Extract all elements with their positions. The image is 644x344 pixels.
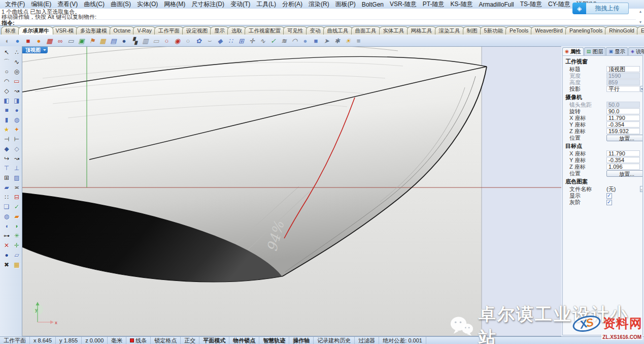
texture-cube-icon[interactable]: ▦ (45, 36, 54, 46)
monitor-icon[interactable]: ▭ (66, 36, 76, 46)
rainbow-surface-icon[interactable]: ▦ (98, 36, 108, 46)
menu-item[interactable]: 曲面(S) (108, 0, 134, 9)
render-sphere-icon[interactable]: ● (13, 36, 22, 46)
red-dot-icon[interactable]: ◉ (173, 36, 182, 46)
toolbar-tab[interactable]: 制图 (463, 26, 482, 35)
units-cell[interactable]: 毫米 (108, 337, 126, 344)
osnap-toggle[interactable]: 物件锁点 (229, 337, 259, 344)
target-y-field[interactable]: -0.354 (606, 157, 640, 163)
surface-corner-icon[interactable]: ◧ (2, 96, 11, 105)
grid-icon[interactable]: ⊞ (236, 36, 246, 46)
dimension-icon[interactable]: ≍ (12, 183, 21, 192)
toolbar-tab[interactable]: 选取 (227, 26, 246, 35)
grid-snap-toggle[interactable]: 锁定格点 (151, 337, 181, 344)
array-icon[interactable]: ∷ (2, 193, 11, 202)
smarttrack-toggle[interactable]: 智慧轨迹 (259, 337, 289, 344)
projection-dropdown-button[interactable] (640, 86, 643, 92)
red-axis-icon[interactable]: ✕ (2, 241, 11, 250)
bowl-icon[interactable]: ⌣ (205, 36, 214, 46)
tab-properties[interactable]: ◉ 属性 (562, 47, 584, 55)
surface-edge-icon[interactable]: ◨ (12, 96, 21, 105)
lamp-icon[interactable]: ☀ (343, 36, 353, 46)
gumball-toggle[interactable]: 操作轴 (289, 337, 314, 344)
tab-help[interactable]: ◈ 说明 (628, 47, 644, 55)
cage-edit-icon[interactable]: ◖ (2, 36, 12, 46)
y-coordinate[interactable]: y 1.855 (56, 337, 82, 344)
x-coordinate[interactable]: x 8.645 (30, 337, 56, 344)
menu-item[interactable]: 尺寸标注(D) (188, 0, 227, 9)
render-preview-icon[interactable]: ● (34, 36, 44, 46)
toolbar-tab[interactable]: 实体工具 (379, 26, 409, 35)
camera-place-button[interactable]: 放置... (606, 135, 643, 141)
green-axis-icon[interactable]: ✛ (12, 241, 21, 250)
scroll-up-icon[interactable]: ▲ (637, 9, 643, 14)
circle-tangent-icon[interactable]: ◎ (12, 67, 21, 76)
toolbar-tab[interactable]: 可见性 (283, 26, 308, 35)
tube-icon[interactable]: ◍ (12, 115, 21, 124)
white-circle-icon[interactable]: ○ (183, 36, 193, 46)
planar-toggle[interactable]: 平面模式 (199, 337, 229, 344)
menu-item[interactable]: 曲线(C) (81, 0, 108, 9)
trim-icon[interactable]: ⊣ (2, 135, 11, 144)
blue-box-icon[interactable]: ■ (311, 36, 321, 46)
person-flag-icon[interactable]: ⚑ (87, 36, 97, 46)
layer-list-icon[interactable]: ≡ (354, 36, 363, 46)
hatch-icon[interactable]: ▨ (12, 173, 21, 182)
toolbar-tab[interactable]: 卓尔谟犀牛 (18, 26, 53, 35)
z-coordinate[interactable]: z 0.000 (82, 337, 108, 344)
small-sphere-icon[interactable]: ● (300, 36, 310, 46)
toolbar-tab[interactable]: 工作平面 (154, 26, 184, 35)
flatten-icon[interactable]: ▱ (12, 251, 21, 260)
menu-item[interactable]: KS-随意 (447, 0, 476, 9)
menu-item[interactable]: 文件(F) (2, 0, 28, 9)
tab-layers[interactable]: ▤ 图层 (584, 47, 606, 55)
paper-stack-icon[interactable]: ▤ (109, 36, 118, 46)
menu-item[interactable]: 工具(L) (253, 0, 279, 9)
group-icon[interactable]: ❏ (2, 202, 11, 211)
freeform-icon[interactable]: ↝ (12, 86, 21, 96)
red-array-icon[interactable]: ⊟ (12, 193, 21, 202)
extend-icon[interactable]: ↪ (2, 154, 11, 163)
material-box-icon[interactable]: ■ (23, 36, 33, 46)
target-x-field[interactable]: 11.790 (606, 150, 640, 157)
toolbar-tab[interactable]: 多边形建模 (76, 26, 111, 35)
toolbar-tab[interactable]: 变动 (306, 26, 325, 35)
diamond-icon[interactable]: ◆ (215, 36, 225, 46)
orange-box-icon[interactable]: ▰ (12, 212, 21, 221)
pipe-icon[interactable]: ⊤ (2, 164, 11, 173)
command-prompt[interactable]: 指令: (2, 19, 636, 25)
toolbar-tab[interactable]: PanelingTools (565, 26, 606, 35)
scroll-down-icon[interactable]: ▼ (637, 20, 643, 24)
tab-display[interactable]: ▣ 显示 (606, 47, 628, 55)
toolbar-tab[interactable]: Octane (110, 26, 135, 35)
toolbar-tab[interactable]: 渲染工具 (435, 26, 464, 35)
layer-cell[interactable]: 线条 (126, 337, 151, 344)
scissor-icon[interactable]: ✖ (2, 260, 11, 269)
menu-item[interactable]: 面板(P) (332, 0, 359, 9)
command-scrollbar[interactable]: ▲ ▼ (637, 9, 643, 24)
bend-icon[interactable]: ◖ (2, 222, 11, 231)
filter-toggle[interactable]: 过滤器 (355, 337, 379, 344)
menu-item[interactable]: PT-随意 (420, 0, 448, 9)
star-icon[interactable]: ★ (2, 125, 11, 134)
camera-x-field[interactable]: 11.790 (606, 115, 640, 121)
check-icon[interactable]: ✓ (12, 202, 21, 211)
cplane-cell[interactable]: 工作平面 (0, 337, 30, 344)
blue-ball-icon[interactable]: ● (2, 251, 11, 260)
viewport-title-field[interactable]: 顶视图 (606, 66, 640, 72)
menu-item[interactable]: 分析(A) (279, 0, 306, 9)
taper-icon[interactable]: ⊶ (2, 231, 11, 240)
zebra-icon[interactable]: ≋ (279, 36, 289, 46)
toolbar-tab[interactable]: 工作视窗配置 (245, 26, 285, 35)
toolbar-tab[interactable]: EvolutePro (637, 26, 644, 35)
split-icon[interactable]: ⊢ (12, 135, 21, 144)
menu-item[interactable]: 编辑(E) (28, 0, 54, 9)
gem-flower-icon[interactable]: ✿ (194, 36, 204, 46)
toolbar-tab[interactable]: PeTools (505, 26, 532, 35)
toolbar-tab[interactable]: VSR-模 (52, 26, 78, 35)
tolerance-cell[interactable]: 绝对公差: 0.001 (379, 337, 426, 344)
twist-icon[interactable]: ◗ (12, 222, 21, 231)
dashed-rect-icon[interactable]: ▭ (151, 36, 161, 46)
burst-icon[interactable]: ✦ (12, 125, 21, 134)
move-icon[interactable]: ✛ (247, 36, 257, 46)
